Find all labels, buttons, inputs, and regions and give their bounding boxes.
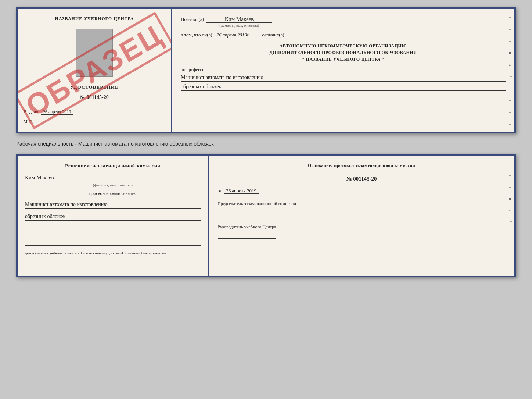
director-label: Руководитель учебного Центра	[218, 224, 506, 230]
date-line: в том, что он(а) 26 апреля 2019г. окончи…	[181, 32, 506, 38]
date-suffix: окончил(а)	[262, 32, 284, 38]
profession-block: по профессии Машинист автомата по изгото…	[181, 67, 506, 91]
profession-line1: Машинист автомата по изготовлению	[181, 74, 506, 82]
org-line1: АВТОНОМНУЮ НЕКОММЕРЧЕСКУЮ ОРГАНИЗАЦИЮ	[181, 43, 506, 49]
qualification-line2: обрезных обложек	[25, 213, 201, 221]
commission-name-block: Ким Макеев (фамилия, имя, отчество)	[25, 172, 201, 187]
cert-number: № 001145-20	[24, 95, 165, 100]
recipient-name: Ким Макеев	[206, 16, 272, 23]
protocol-date-value: 26 апреля 2019	[224, 188, 259, 194]
bottom-doc-left: Решением экзаменационной комиссии Ким Ма…	[18, 156, 209, 276]
issued-date: 26 апреля 2019	[41, 109, 73, 115]
org-block: АВТОНОМНУЮ НЕКОММЕРЧЕСКУЮ ОРГАНИЗАЦИЮ ДО…	[181, 43, 506, 63]
recipient-line: Получил(а) Ким Макеев (фамилия, имя, отч…	[181, 16, 506, 28]
issued-label: Выдано	[24, 109, 38, 114]
recipient-sub: (фамилия, имя, отчество)	[219, 24, 259, 28]
allows-italic: работе согласно должностным (производств…	[50, 251, 166, 255]
bottom-document: Решением экзаменационной комиссии Ким Ма…	[16, 154, 516, 277]
org-line2: ДОПОЛНИТЕЛЬНОГО ПРОФЕССИОНАЛЬНОГО ОБРАЗО…	[181, 49, 506, 56]
blank-line-2	[25, 239, 201, 246]
caption-text: Рабочая специальность - Машинист автомат…	[16, 139, 516, 148]
blank-line-1	[25, 226, 201, 232]
protocol-number: № 001145-20	[218, 176, 506, 182]
chairman-block: Председатель экзаменационной комиссии	[218, 201, 506, 217]
blank-line-3	[25, 260, 201, 267]
org-line3: " НАЗВАНИЕ УЧЕБНОГО ЦЕНТРА "	[181, 56, 506, 63]
qualification-label: присвоена квалификация	[25, 191, 201, 196]
protocol-date: от 26 апреля 2019	[218, 188, 506, 194]
school-name-top: НАЗВАНИЕ УЧЕБНОГО ЦЕНТРА	[24, 16, 165, 22]
side-marks-top: – – – и а ← – – – –	[509, 9, 513, 132]
photo-placeholder	[76, 29, 113, 77]
allows-text: допускается к работе согласно должностны…	[25, 251, 201, 255]
issued-line: Выдано 26 апреля 2019	[24, 109, 165, 115]
director-block: Руководитель учебного Центра	[218, 224, 506, 240]
commission-title: Решением экзаменационной комиссии	[25, 163, 201, 169]
profession-label: по профессии	[181, 67, 506, 72]
recipient-label: Получил(а)	[181, 17, 204, 22]
mp-label: М.П.	[24, 119, 165, 125]
name-sub: (фамилия, имя, отчество)	[25, 182, 201, 187]
profession-line2: обрезных обложек	[181, 83, 506, 91]
allows-label: допускается к	[25, 251, 49, 255]
date-value: 26 апреля 2019г.	[215, 32, 259, 38]
commission-name: Ким Макеев	[25, 174, 201, 182]
top-doc-left: НАЗВАНИЕ УЧЕБНОГО ЦЕНТРА УДОСТОВЕРЕНИЕ №…	[18, 9, 172, 132]
chairman-sig-line	[218, 208, 276, 215]
date-label: в том, что он(а)	[181, 32, 212, 38]
side-marks-bottom: – – – и а ← – – – –	[509, 156, 513, 276]
top-doc-right: Получил(а) Ким Макеев (фамилия, имя, отч…	[172, 9, 514, 132]
bottom-doc-right: Основание: протокол экзаменационной коми…	[209, 156, 514, 276]
top-document: НАЗВАНИЕ УЧЕБНОГО ЦЕНТРА УДОСТОВЕРЕНИЕ №…	[16, 7, 516, 133]
protocol-date-prefix: от	[218, 188, 222, 193]
basis-title: Основание: протокол экзаменационной коми…	[218, 163, 506, 168]
qualification-line1: Машинист автомата по изготовлению	[25, 201, 201, 209]
director-sig-line	[218, 231, 276, 239]
chairman-label: Председатель экзаменационной комиссии	[218, 201, 506, 207]
cert-title: УДОСТОВЕРЕНИЕ	[24, 84, 165, 90]
